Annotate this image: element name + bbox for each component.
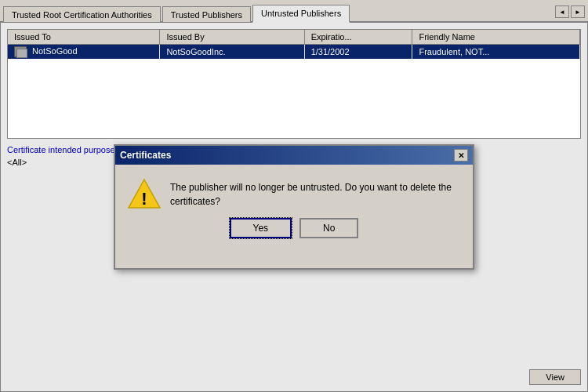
modal-titlebar: Certificates ✕ [115,146,473,165]
main-window: Trusted Root Certification Authorities T… [0,0,588,392]
content-area: Issued To Issued By Expiratio... Friendl… [0,23,588,392]
tab-bar: Trusted Root Certification Authorities T… [0,0,588,23]
modal-dialog: Certificates ✕ ! The publisher will [114,144,474,270]
tab-nav-left[interactable]: ◄ [555,5,569,18]
modal-overlay: Certificates ✕ ! The publisher will [1,23,587,391]
modal-buttons: Yes No [115,218,473,249]
tab-trusted-root[interactable]: Trusted Root Certification Authorities [3,6,161,22]
modal-title: Certificates [120,150,171,161]
tab-nav-buttons: ◄ ► [555,5,588,21]
warning-triangle-svg: ! [128,177,161,210]
modal-message: The publisher will no longer be untruste… [170,177,460,209]
modal-close-button[interactable]: ✕ [454,149,468,162]
tab-untrusted-publishers[interactable]: Untrusted Publishers [252,5,350,23]
tab-nav-right[interactable]: ► [571,5,585,18]
modal-body: ! The publisher will no longer be untrus… [115,165,473,218]
yes-button[interactable]: Yes [230,218,292,238]
tab-trusted-publishers[interactable]: Trusted Publishers [162,6,251,22]
svg-text:!: ! [141,189,147,209]
no-button[interactable]: No [299,218,358,238]
warning-icon: ! [128,177,159,209]
